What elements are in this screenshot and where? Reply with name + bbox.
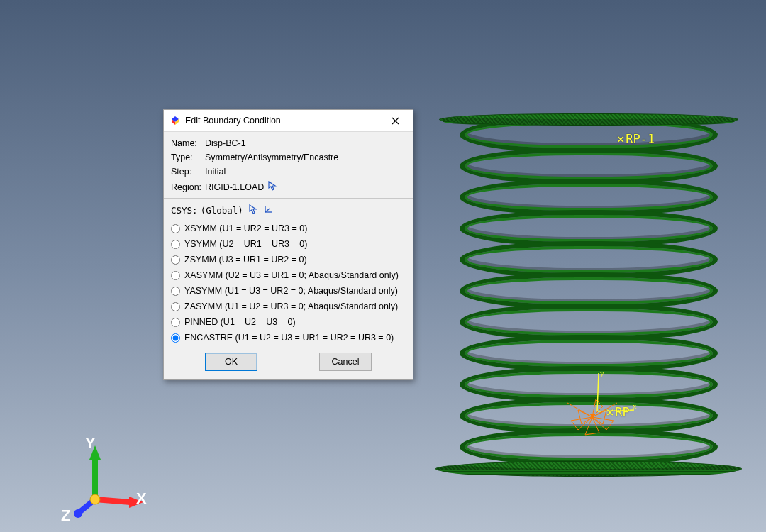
option-xasymm[interactable]: XASYMM (U2 = U3 = UR1 = 0; Abaqus/Standa… [171,267,406,283]
radio-zasymm[interactable] [171,302,180,311]
csys-value: (Global) [201,205,243,216]
option-label: YASYMM (U1 = U3 = UR2 = 0; Abaqus/Standa… [184,286,398,296]
svg-line-9 [95,499,131,502]
option-label: ZASYMM (U1 = U2 = UR3 = 0; Abaqus/Standa… [184,301,398,311]
region-value: RIGID-1.LOAD [205,182,264,192]
close-icon [392,117,399,125]
option-yasymm[interactable]: YASYMM (U1 = U3 = UR2 = 0; Abaqus/Standa… [171,283,406,299]
global-axis-triad[interactable]: Y X Z [52,438,152,523]
top-plate [439,113,739,126]
axis-z-label: Z [61,506,70,525]
type-value: Symmetry/Antisymmetry/Encastre [205,153,338,162]
svg-line-21 [265,209,270,212]
radio-zsymm[interactable] [171,255,180,265]
pick-region-icon[interactable] [268,181,277,193]
option-xsymm[interactable]: XSYMM (U1 = UR2 = UR3 = 0) [171,221,406,236]
dialog-titlebar[interactable]: Edit Boundary Condition [164,110,413,132]
option-label: PINNED (U1 = U2 = U3 = 0) [184,317,296,327]
dialog-title: Edit Boundary Condition [185,116,382,126]
name-value: Disp-BC-1 [205,138,246,148]
edit-boundary-condition-dialog: Edit Boundary Condition Name: Disp-BC-1 … [163,109,413,380]
csys-label: CSYS: [171,205,198,216]
fea-viewport[interactable]: x y ×RP-1 ×RP [0,0,766,532]
step-label: Step: [171,167,205,177]
cancel-button[interactable]: Cancel [319,353,372,371]
reference-point-1-label: ×RP-1 [617,132,655,146]
reference-point-2-label: ×RP [606,405,630,419]
option-label: XASYMM (U2 = U3 = UR1 = 0; Abaqus/Standa… [184,270,399,280]
option-encastre[interactable]: ENCASTRE (U1 = U2 = U3 = UR1 = UR2 = UR3… [171,330,406,345]
type-label: Type: [171,153,205,162]
radio-encastre[interactable] [171,333,180,343]
ok-button[interactable]: OK [205,353,257,371]
option-zasymm[interactable]: ZASYMM (U1 = U2 = UR3 = 0; Abaqus/Standa… [171,299,406,314]
radio-pinned[interactable] [171,318,180,327]
region-label: Region: [171,182,205,192]
name-label: Name: [171,138,205,148]
option-label: YSYMM (U2 = UR1 = UR3 = 0) [184,239,307,249]
radio-xsymm[interactable] [171,224,180,233]
axis-x-label: X [136,489,147,508]
svg-point-13 [90,494,100,504]
bottom-plate-edge [440,470,738,475]
radio-xasymm[interactable] [171,271,180,280]
create-csys-icon[interactable] [263,204,273,216]
svg-line-4 [567,403,592,417]
rp-anchor-icon: × [606,405,614,419]
axis-y-label: Y [85,434,96,453]
app-icon [170,115,181,126]
option-label: ZSYMM (U3 = UR1 = UR2 = 0) [184,255,307,265]
option-ysymm[interactable]: YSYMM (U2 = UR1 = UR3 = 0) [171,236,406,252]
radio-ysymm[interactable] [171,240,180,249]
pick-csys-icon[interactable] [249,204,257,216]
option-zsymm[interactable]: ZSYMM (U3 = UR1 = UR2 = 0) [171,252,406,267]
svg-point-8 [74,509,82,518]
rp-anchor-icon: × [616,132,624,146]
option-pinned[interactable]: PINNED (U1 = U2 = U3 = 0) [171,314,406,330]
option-label: ENCASTRE (U1 = U2 = U3 = UR1 = UR2 = UR3… [184,333,394,343]
step-value: Initial [205,167,226,177]
radio-yasymm[interactable] [171,287,180,296]
option-label: XSYMM (U1 = UR2 = UR3 = 0) [184,223,307,233]
close-button[interactable] [382,112,409,129]
separator [164,198,413,199]
